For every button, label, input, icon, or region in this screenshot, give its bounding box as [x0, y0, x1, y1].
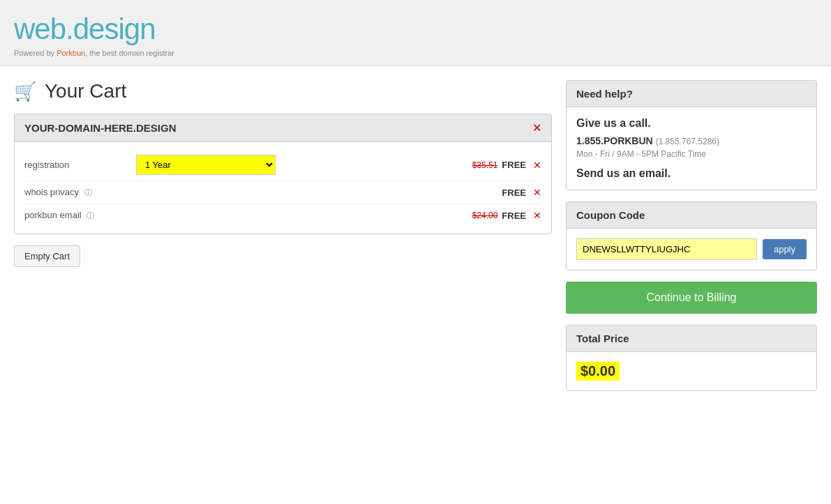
- coupon-header: Coupon Code: [567, 202, 816, 229]
- help-call-label: Give us a call.: [576, 117, 807, 130]
- cart-item-whois: whois privacy ⓘ FREE ✕: [24, 181, 541, 204]
- cart-icon: 🛒: [14, 81, 36, 102]
- remove-email-button[interactable]: ✕: [533, 210, 541, 221]
- phone-alt: (1.855.767.5286): [656, 137, 719, 146]
- item-price-registration: $35.51 FREE ✕: [472, 160, 541, 171]
- header: web.design Powered by Porkbun, the best …: [0, 0, 831, 66]
- remove-registration-button[interactable]: ✕: [533, 160, 541, 171]
- page-title-area: 🛒 Your Cart: [14, 80, 552, 102]
- item-label-email: porkbun email ⓘ: [24, 210, 136, 221]
- cart-item-registration: registration 1 Year 2 Years 3 Years 5 Ye…: [24, 149, 541, 181]
- total-price-panel: Total Price $0.00: [566, 325, 817, 391]
- email-link[interactable]: Send us an email.: [576, 167, 671, 179]
- site-logo: web.design: [14, 13, 817, 46]
- need-help-panel: Need help? Give us a call. 1.855.PORKBUN…: [566, 80, 817, 190]
- help-email-label: Send us an email.: [576, 167, 807, 180]
- original-price-registration: $35.51: [472, 160, 498, 170]
- item-label-whois: whois privacy ⓘ: [24, 187, 136, 198]
- total-price-body: $0.00: [567, 352, 816, 390]
- coupon-input[interactable]: [576, 238, 757, 260]
- free-price-registration: FREE: [502, 160, 526, 170]
- free-price-email: FREE: [502, 211, 526, 221]
- item-price-whois: FREE ✕: [502, 187, 541, 198]
- total-price-header: Total Price: [567, 326, 816, 352]
- whois-help-icon[interactable]: ⓘ: [84, 188, 92, 197]
- remove-domain-button[interactable]: ✕: [532, 121, 541, 135]
- need-help-header: Need help?: [567, 81, 816, 107]
- apply-button[interactable]: apply: [763, 239, 807, 259]
- continue-billing-button[interactable]: Continue to Billing: [566, 282, 817, 314]
- help-phone: 1.855.PORKBUN (1.855.767.5286): [576, 135, 807, 146]
- porkbun-link[interactable]: Porkbun: [57, 49, 85, 57]
- item-select-wrapper: 1 Year 2 Years 3 Years 5 Years 10 Years: [136, 155, 472, 175]
- main-container: 🛒 Your Cart YOUR-DOMAIN-HERE.DESIGN ✕ re…: [0, 66, 831, 416]
- empty-cart-button[interactable]: Empty Cart: [14, 245, 80, 267]
- year-select[interactable]: 1 Year 2 Years 3 Years 5 Years 10 Years: [136, 155, 276, 175]
- coupon-body: apply: [567, 229, 816, 270]
- phone-main: 1.855.PORKBUN: [576, 135, 653, 146]
- cart-box-header: YOUR-DOMAIN-HERE.DESIGN ✕: [15, 114, 551, 142]
- item-label-registration: registration: [24, 160, 136, 170]
- logo-design: design: [73, 13, 156, 45]
- coupon-row: apply: [576, 238, 807, 260]
- free-price-whois: FREE: [502, 188, 526, 198]
- email-help-icon[interactable]: ⓘ: [87, 211, 94, 220]
- cart-item-email: porkbun email ⓘ $24.00 FREE ✕: [24, 204, 541, 227]
- coupon-panel: Coupon Code apply: [566, 201, 817, 270]
- remove-whois-button[interactable]: ✕: [533, 187, 541, 198]
- original-price-email: $24.00: [472, 211, 498, 220]
- cart-domain-name: YOUR-DOMAIN-HERE.DESIGN: [24, 122, 177, 134]
- total-price-value: $0.00: [576, 362, 620, 381]
- cart-box: YOUR-DOMAIN-HERE.DESIGN ✕ registration 1…: [14, 114, 552, 234]
- cart-items: registration 1 Year 2 Years 3 Years 5 Ye…: [15, 142, 551, 234]
- left-column: 🛒 Your Cart YOUR-DOMAIN-HERE.DESIGN ✕ re…: [14, 80, 552, 402]
- logo-web: web.: [14, 13, 73, 45]
- powered-by: Powered by Porkbun, the best domain regi…: [14, 49, 817, 57]
- page-title: Your Cart: [45, 80, 126, 102]
- right-column: Need help? Give us a call. 1.855.PORKBUN…: [566, 80, 817, 402]
- need-help-body: Give us a call. 1.855.PORKBUN (1.855.767…: [567, 107, 816, 190]
- item-price-email: $24.00 FREE ✕: [472, 210, 541, 221]
- help-hours: Mon - Fri / 9AM - 5PM Pacific Time: [576, 149, 807, 159]
